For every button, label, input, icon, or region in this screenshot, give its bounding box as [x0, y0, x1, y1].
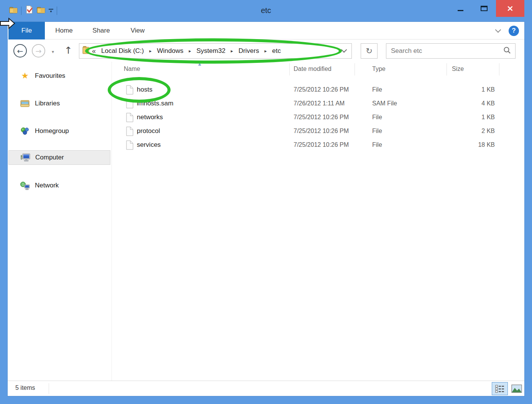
file-row-lmhosts[interactable]: lmhosts.sam 7/26/2012 1:11 AM SAM File 4… — [112, 97, 524, 111]
recent-locations-dropdown-icon[interactable]: ▾ — [52, 49, 54, 54]
column-header-size[interactable]: Size — [452, 66, 464, 72]
breadcrumb-item-windows[interactable]: Windows — [157, 47, 184, 55]
quick-access-toolbar: ▾ — [9, 5, 57, 16]
maximize-button[interactable] — [472, 0, 496, 17]
explorer-window: ▾ etc × File Home Share View ? — [0, 0, 532, 404]
breadcrumb-arrow-icon[interactable]: ▸ — [149, 48, 151, 54]
breadcrumb-arrow-icon[interactable]: ▸ — [264, 48, 267, 54]
ribbon-tab-strip: File Home Share View ? — [8, 22, 524, 39]
file-icon — [126, 140, 133, 151]
refresh-icon: ↻ — [366, 46, 373, 56]
help-icon[interactable]: ? — [509, 26, 519, 36]
navigation-bar: ← → ▾ ↑ « Local Disk (C:) ▸ — [8, 40, 524, 62]
file-list: ▲ Name Date modified Type Size hosts 7/2… — [112, 62, 524, 381]
sidebar-item-libraries[interactable]: Libraries — [8, 96, 110, 111]
column-header-name[interactable]: Name — [124, 66, 140, 72]
window-content: File Home Share View ? ← → ▾ ↑ — [8, 22, 524, 396]
file-row-hosts[interactable]: hosts 7/25/2012 10:26 PM File 1 KB — [112, 83, 524, 97]
star-icon: ★ — [19, 72, 31, 80]
properties-check-icon[interactable] — [25, 5, 33, 16]
breadcrumb-arrow-icon[interactable]: ▸ — [231, 48, 233, 54]
breadcrumb-arrow-icon[interactable]: ▸ — [189, 48, 191, 54]
status-bar: 5 items — [8, 381, 524, 396]
sidebar-item-network[interactable]: Network — [8, 178, 110, 193]
folder-icon[interactable] — [37, 7, 45, 15]
folder-icon[interactable] — [9, 7, 18, 15]
up-one-level-button[interactable]: ↑ — [64, 45, 72, 56]
back-button[interactable]: ← — [13, 44, 27, 57]
thumbnail-view-icon — [511, 384, 522, 393]
forward-button[interactable]: → — [32, 44, 45, 57]
breadcrumb-collapse-chevrons-icon[interactable]: « — [92, 47, 96, 55]
minimize-button[interactable] — [448, 0, 472, 17]
sort-ascending-icon[interactable]: ▲ — [198, 62, 201, 66]
window-title: etc — [261, 6, 271, 15]
homegroup-icon — [19, 127, 31, 135]
column-header-date-modified[interactable]: Date modified — [294, 66, 332, 72]
libraries-icon — [19, 100, 31, 108]
breadcrumb-item-etc[interactable]: etc — [272, 47, 281, 55]
column-resize-handle[interactable] — [355, 63, 355, 76]
file-icon — [126, 85, 133, 96]
details-view-button[interactable] — [492, 382, 508, 395]
search-icon[interactable] — [503, 46, 511, 56]
computer-icon — [20, 153, 31, 162]
address-bar[interactable]: « Local Disk (C:) ▸ Windows ▸ System32 ▸… — [79, 43, 352, 59]
close-icon: × — [507, 4, 514, 13]
address-history-chevron-icon[interactable] — [341, 47, 347, 53]
breadcrumb-item-local-disk[interactable]: Local Disk (C:) — [101, 47, 144, 55]
details-view-icon — [495, 384, 505, 393]
toolbar-separator — [21, 7, 21, 15]
tab-home[interactable]: Home — [47, 22, 81, 39]
tab-share[interactable]: Share — [84, 22, 118, 39]
column-header-type[interactable]: Type — [372, 66, 386, 72]
address-folder-icon — [82, 46, 90, 56]
close-button[interactable]: × — [496, 0, 524, 17]
window-controls: × — [448, 0, 524, 17]
sidebar-item-homegroup[interactable]: Homegroup — [8, 124, 110, 138]
file-row-networks[interactable]: networks 7/25/2012 10:26 PM File 1 KB — [112, 111, 524, 125]
file-icon — [126, 126, 133, 138]
network-icon — [19, 181, 31, 190]
tab-view[interactable]: View — [121, 22, 154, 39]
item-count: 5 items — [15, 384, 35, 391]
file-icon — [126, 99, 133, 110]
breadcrumb-item-drivers[interactable]: Drivers — [238, 47, 259, 55]
breadcrumb: « Local Disk (C:) ▸ Windows ▸ System32 ▸… — [92, 47, 281, 55]
column-resize-handle[interactable] — [499, 63, 499, 76]
file-row-services[interactable]: services 7/25/2012 10:26 PM File 18 KB — [112, 138, 524, 152]
column-resize-handle[interactable] — [447, 63, 447, 76]
title-bar: ▾ etc × — [0, 0, 532, 22]
status-separator — [49, 383, 49, 394]
main-pane: ★ Favourites Libraries — [8, 62, 524, 381]
forward-arrow-icon: → — [36, 47, 42, 55]
file-icon — [126, 113, 133, 124]
toolbar-separator — [57, 7, 57, 15]
search-input[interactable] — [386, 47, 503, 55]
sidebar-item-favourites[interactable]: ★ Favourites — [8, 69, 110, 83]
file-row-protocol[interactable]: protocol 7/25/2012 10:26 PM File 2 KB — [112, 125, 524, 138]
column-resize-handle[interactable] — [289, 63, 290, 76]
breadcrumb-item-system32[interactable]: System32 — [197, 47, 226, 55]
expand-ribbon-chevron-icon[interactable] — [495, 26, 501, 33]
sidebar-item-computer[interactable]: Computer — [8, 150, 110, 165]
refresh-button[interactable]: ↻ — [361, 43, 378, 59]
search-box — [386, 43, 516, 59]
tab-file[interactable]: File — [8, 22, 45, 39]
thumbnail-view-button[interactable] — [509, 382, 524, 395]
back-arrow-icon: ← — [17, 47, 23, 55]
toolbar-dropdown-icon[interactable]: ▾ — [49, 9, 53, 13]
